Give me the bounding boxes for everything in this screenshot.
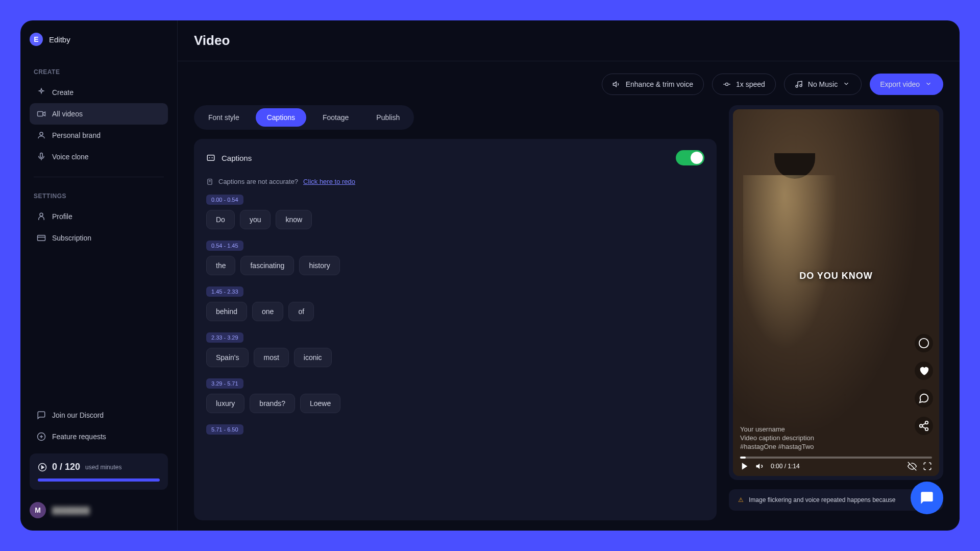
video-icon (37, 109, 46, 118)
word-chip[interactable]: history (299, 256, 339, 275)
word-chip[interactable]: iconic (294, 348, 332, 367)
caption-group: 2.33 - 3.29Spain'smosticonic (206, 332, 704, 367)
brand-badge: E (30, 33, 43, 46)
nav-label: All videos (52, 110, 83, 118)
time-badge: 2.33 - 3.29 (206, 332, 243, 343)
svg-line-25 (922, 423, 925, 425)
tab-captions[interactable]: Captions (256, 108, 306, 127)
eye-off-icon[interactable] (908, 462, 917, 471)
speed-label: 1x speed (736, 80, 765, 88)
overlay-meta: Your username Video caption description … (740, 425, 814, 451)
sidebar-item-profile[interactable]: Profile (30, 206, 168, 227)
chat-fab[interactable] (911, 482, 943, 514)
fullscreen-icon[interactable] (923, 462, 932, 471)
word-chip[interactable]: Do (206, 210, 235, 229)
word-chip[interactable]: one (252, 302, 283, 321)
overlay-username: Your username (740, 425, 814, 433)
svg-marker-26 (742, 463, 748, 470)
svg-point-20 (919, 339, 928, 348)
svg-rect-3 (40, 153, 43, 158)
sparkle-icon (37, 88, 46, 97)
nav-label: Profile (52, 212, 72, 221)
word-chip[interactable]: you (240, 210, 271, 229)
video-time: 0:00 / 1:14 (771, 463, 800, 470)
captions-toggle[interactable] (676, 150, 704, 165)
word-chip[interactable]: Spain's (206, 348, 249, 367)
word-chip[interactable]: behind (206, 302, 247, 321)
tabs: Font styleCaptionsFootagePublish (194, 105, 414, 130)
svg-point-2 (40, 132, 43, 135)
music-button[interactable]: No Music (784, 74, 862, 95)
avatar-row[interactable]: M ████████ (30, 502, 168, 518)
sidebar-item-voice-clone[interactable]: Voice clone (30, 146, 168, 167)
section-create-label: CREATE (34, 68, 164, 76)
speed-button[interactable]: 1x speed (712, 74, 776, 95)
enhance-label: Enhance & trim voice (626, 80, 693, 88)
tab-font-style[interactable]: Font style (197, 108, 251, 127)
video-scene (733, 109, 939, 476)
svg-point-4 (40, 213, 43, 216)
word-chip[interactable]: know (276, 210, 312, 229)
play-icon[interactable] (740, 462, 749, 471)
word-chip[interactable]: most (254, 348, 288, 367)
word-chip[interactable]: Loewe (300, 394, 340, 413)
usage-bar (38, 478, 160, 482)
svg-point-13 (725, 83, 728, 85)
overlay-hashtags: #hastagOne #hastagTwo (740, 443, 814, 450)
footer-link-feature-requests[interactable]: Feature requests (30, 426, 168, 447)
toolbar: Enhance & trim voice 1x speed No Music E… (178, 61, 960, 95)
time-badge: 0.54 - 1.45 (206, 241, 243, 251)
sidebar-item-all-videos[interactable]: All videos (30, 103, 168, 125)
sidebar-item-subscription[interactable]: Subscription (30, 227, 168, 249)
main: Video Enhance & trim voice 1x speed No M… (178, 20, 960, 531)
sidebar-item-personal-brand[interactable]: Personal brand (30, 125, 168, 146)
share-icon[interactable] (915, 417, 933, 435)
hint-text: Captions are not accurate? (218, 178, 298, 185)
caption-overlay: DO YOU KNOW (799, 271, 873, 281)
word-chip[interactable]: luxury (206, 394, 244, 413)
word-chip[interactable]: fascinating (240, 256, 294, 275)
export-video-button[interactable]: Export video (870, 74, 943, 95)
warning-icon: ⚠ (738, 496, 744, 504)
page-title: Video (194, 33, 943, 49)
tab-publish[interactable]: Publish (365, 108, 411, 127)
word-chip[interactable]: brands? (250, 394, 295, 413)
export-label: Export video (880, 80, 920, 88)
footer-link-join-our-discord[interactable]: Join our Discord (30, 404, 168, 426)
sidebar-item-create[interactable]: Create (30, 82, 168, 103)
usage-suffix: used minutes (85, 464, 121, 471)
word-chip[interactable]: of (288, 302, 314, 321)
heart-icon[interactable] (915, 362, 933, 380)
video-preview-box: DO YOU KNOW Your username Video caption … (729, 105, 943, 480)
enhance-trim-button[interactable]: Enhance & trim voice (602, 74, 704, 95)
word-chip[interactable]: the (206, 256, 235, 275)
person-icon (37, 131, 46, 140)
music-icon (795, 80, 803, 88)
header: Video (178, 20, 960, 61)
svg-line-24 (922, 427, 925, 429)
plus-icon (37, 432, 46, 441)
svg-point-21 (925, 421, 928, 424)
chevron-down-icon (925, 80, 933, 88)
chat-icon (37, 411, 46, 420)
nav-label: Feature requests (52, 433, 106, 441)
sidebar: E Editby CREATE CreateAll videosPersonal… (20, 20, 178, 531)
tab-footage[interactable]: Footage (311, 108, 360, 127)
play-icon (38, 463, 47, 472)
caption-group: 0.54 - 1.45thefascinatinghistory (206, 241, 704, 275)
svg-marker-12 (613, 82, 616, 86)
comment-icon[interactable] (915, 389, 933, 408)
usage-value: 0 / 120 (52, 462, 80, 472)
video-frame[interactable]: DO YOU KNOW Your username Video caption … (733, 109, 939, 476)
nav-label: Create (52, 88, 74, 97)
time-badge: 5.71 - 6.50 (206, 424, 243, 435)
overlay-description: Video caption description (740, 434, 814, 442)
time-badge: 3.29 - 5.71 (206, 378, 243, 389)
profile-circle-icon[interactable] (915, 334, 933, 352)
nav-label: Personal brand (52, 131, 101, 139)
volume-icon[interactable] (755, 462, 765, 471)
svg-marker-1 (43, 112, 45, 116)
warning-text: Image flickering and voice repeated happ… (749, 496, 896, 504)
redo-link[interactable]: Click here to redo (303, 178, 355, 185)
progress-bar[interactable] (740, 457, 932, 459)
